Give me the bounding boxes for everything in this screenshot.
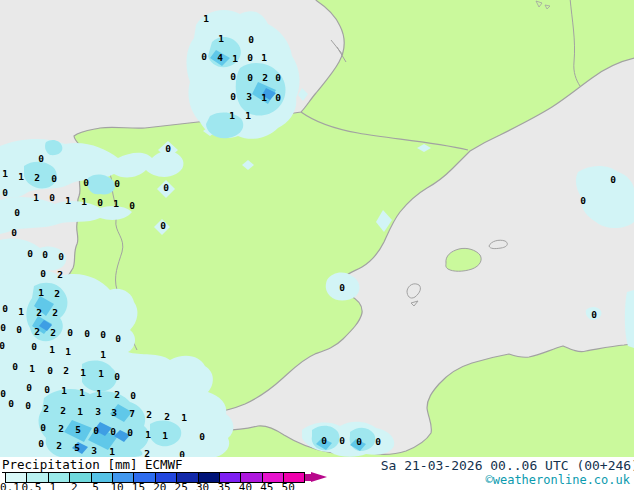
timestamp-label: Sa 21-03-2026 00..06 UTC (00+246) <box>381 458 634 473</box>
colorbar-tick-label: 35 <box>217 483 230 490</box>
map-canvas <box>0 0 634 460</box>
copyright-link[interactable]: ©weatheronline.co.uk <box>486 473 631 487</box>
colorbar-tick-label: 30 <box>196 483 209 490</box>
colorbar-tick-label: 15 <box>132 483 145 490</box>
colorbar-tick-label: 2 <box>71 483 78 490</box>
colorbar-tick-label: 5 <box>92 483 99 490</box>
colorbar-tick-label: 0.1 <box>0 483 20 490</box>
legend-title-model: ECMWF <box>145 457 183 472</box>
legend-title-unit: [mm] <box>107 457 137 472</box>
legend-title: Precipitation [mm] ECMWF <box>2 457 183 472</box>
colorbar-arrow-tip <box>311 472 327 482</box>
colorbar-tick-label: 0.5 <box>21 483 41 490</box>
legend-title-parameter: Precipitation <box>2 457 100 473</box>
legend-band: Precipitation [mm] ECMWF 0.10.5125101520… <box>0 457 634 490</box>
colorbar-tick-label: 20 <box>153 483 166 490</box>
colorbar-tick-label: 50 <box>282 483 295 490</box>
colorbar-tick-label: 25 <box>175 483 188 490</box>
map-area: 1100410100200310110112000010110100000002… <box>0 0 634 460</box>
colorbar-tick-label: 1 <box>49 483 56 490</box>
colorbar-tick-label: 10 <box>110 483 123 490</box>
colorbar-tick-label: 40 <box>239 483 252 490</box>
colorbar-tick-label: 45 <box>260 483 273 490</box>
weather-map-screenshot: 1100410100200310110112000010110100000002… <box>0 0 634 490</box>
